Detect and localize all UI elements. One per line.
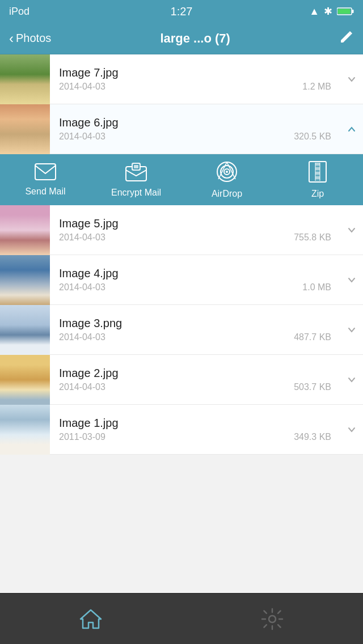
- file-thumbnail-3: [0, 305, 50, 355]
- send-mail-icon: [35, 163, 56, 183]
- back-chevron-icon: ‹: [9, 31, 14, 46]
- status-bar: iPod 1:27 ▲ ✱: [0, 0, 363, 23]
- file-size-3: 487.7 KB: [294, 332, 331, 342]
- file-info-7: Image 7.jpg 2014-04-03 1.2 MB: [50, 66, 340, 92]
- file-date-7: 2014-04-03: [59, 82, 105, 92]
- file-size-2: 503.7 KB: [294, 382, 331, 392]
- status-icons: ▲ ✱: [309, 5, 354, 18]
- bottom-bar: [0, 593, 363, 644]
- send-mail-label: Send Mail: [25, 187, 65, 197]
- file-thumbnail-5: [0, 205, 50, 255]
- file-chevron-7: [340, 74, 363, 84]
- settings-icon: [260, 607, 285, 632]
- nav-title: large ...o (7): [160, 31, 230, 46]
- file-meta-1: 2011-03-09 349.3 KB: [59, 432, 331, 442]
- file-chevron-5: [340, 225, 363, 235]
- file-info-6: Image 6.jpg 2014-04-03 320.5 KB: [50, 116, 340, 142]
- file-item-3[interactable]: Image 3.png 2014-04-03 487.7 KB: [0, 305, 363, 355]
- send-mail-button[interactable]: Send Mail: [11, 163, 79, 197]
- file-size-6: 320.5 KB: [294, 132, 331, 142]
- file-thumbnail-4: [0, 255, 50, 305]
- file-thumbnail-2: [0, 355, 50, 405]
- file-info-3: Image 3.png 2014-04-03 487.7 KB: [50, 317, 340, 342]
- file-name-2: Image 2.jpg: [59, 367, 331, 380]
- file-item-6[interactable]: Image 6.jpg 2014-04-03 320.5 KB: [0, 104, 363, 154]
- file-list-top: Image 7.jpg 2014-04-03 1.2 MB Image 6.jp…: [0, 54, 363, 154]
- nav-bar: ‹ Photos large ...o (7): [0, 23, 363, 54]
- file-item-4[interactable]: Image 4.jpg 2014-04-03 1.0 MB: [0, 255, 363, 305]
- action-toolbar: Send Mail Encrypt Mail: [0, 154, 363, 205]
- file-chevron-3: [340, 325, 363, 335]
- file-name-1: Image 1.jpg: [59, 417, 331, 430]
- file-size-4: 1.0 MB: [302, 282, 331, 293]
- svg-rect-18: [315, 172, 320, 175]
- file-thumbnail-1: [0, 405, 50, 455]
- file-date-2: 2014-04-03: [59, 382, 105, 392]
- file-meta-4: 2014-04-03 1.0 MB: [59, 282, 331, 293]
- svg-rect-16: [315, 163, 320, 166]
- airdrop-button[interactable]: AirDrop: [193, 161, 261, 199]
- file-item-5[interactable]: Image 5.jpg 2014-04-03 755.8 KB: [0, 205, 363, 255]
- file-date-1: 2011-03-09: [59, 432, 105, 442]
- file-item-2[interactable]: Image 2.jpg 2014-04-03 503.7 KB: [0, 355, 363, 405]
- pencil-icon: [339, 29, 354, 44]
- main-content: Image 7.jpg 2014-04-03 1.2 MB Image 6.jp…: [0, 54, 363, 455]
- file-meta-7: 2014-04-03 1.2 MB: [59, 82, 331, 92]
- file-chevron-4: [340, 275, 363, 285]
- file-chevron-1: [340, 425, 363, 435]
- back-label: Photos: [16, 32, 51, 45]
- svg-point-11: [226, 171, 228, 173]
- file-date-3: 2014-04-03: [59, 332, 105, 342]
- zip-label: Zip: [311, 189, 324, 199]
- file-name-7: Image 7.jpg: [59, 66, 331, 79]
- encrypt-mail-button[interactable]: Encrypt Mail: [102, 162, 170, 198]
- file-meta-2: 2014-04-03 503.7 KB: [59, 382, 331, 392]
- file-info-2: Image 2.jpg 2014-04-03 503.7 KB: [50, 367, 340, 392]
- svg-rect-17: [315, 167, 320, 170]
- airdrop-label: AirDrop: [212, 189, 242, 199]
- file-name-4: Image 4.jpg: [59, 267, 331, 280]
- file-meta-3: 2014-04-03 487.7 KB: [59, 332, 331, 342]
- battery-icon: [337, 7, 354, 16]
- svg-point-22: [269, 616, 276, 622]
- file-info-1: Image 1.jpg 2011-03-09 349.3 KB: [50, 417, 340, 442]
- file-meta-6: 2014-04-03 320.5 KB: [59, 132, 331, 142]
- location-icon: ▲: [309, 6, 319, 18]
- file-date-4: 2014-04-03: [59, 282, 105, 293]
- settings-button[interactable]: [250, 596, 295, 642]
- encrypt-mail-label: Encrypt Mail: [111, 188, 161, 198]
- file-name-5: Image 5.jpg: [59, 217, 331, 230]
- file-name-3: Image 3.png: [59, 317, 331, 330]
- zip-button[interactable]: Zip: [284, 161, 352, 199]
- svg-rect-19: [315, 176, 320, 179]
- encrypt-mail-icon: [125, 162, 147, 184]
- edit-button[interactable]: [339, 29, 354, 48]
- svg-rect-7: [134, 165, 138, 168]
- svg-rect-2: [338, 9, 351, 14]
- file-item-7[interactable]: Image 7.jpg 2014-04-03 1.2 MB: [0, 54, 363, 104]
- file-info-4: Image 4.jpg 2014-04-03 1.0 MB: [50, 267, 340, 293]
- file-info-5: Image 5.jpg 2014-04-03 755.8 KB: [50, 217, 340, 243]
- file-size-5: 755.8 KB: [294, 232, 331, 243]
- file-thumbnail-7: [0, 54, 50, 104]
- svg-rect-3: [35, 164, 56, 180]
- file-item-1[interactable]: Image 1.jpg 2011-03-09 349.3 KB: [0, 405, 363, 455]
- zip-icon: [309, 161, 327, 185]
- file-name-6: Image 6.jpg: [59, 116, 331, 129]
- home-icon: [78, 607, 103, 632]
- svg-rect-1: [352, 10, 354, 13]
- file-chevron-2: [340, 375, 363, 385]
- airdrop-icon: [216, 161, 238, 185]
- file-chevron-6: [340, 124, 363, 134]
- file-date-5: 2014-04-03: [59, 232, 105, 243]
- device-name: iPod: [9, 6, 29, 18]
- home-button[interactable]: [68, 596, 113, 642]
- file-list-bottom: Image 5.jpg 2014-04-03 755.8 KB Image 4.…: [0, 205, 363, 455]
- file-size-1: 349.3 KB: [294, 432, 331, 442]
- file-meta-5: 2014-04-03 755.8 KB: [59, 232, 331, 243]
- file-date-6: 2014-04-03: [59, 132, 105, 142]
- file-size-7: 1.2 MB: [302, 82, 331, 92]
- bluetooth-icon: ✱: [324, 5, 332, 18]
- back-button[interactable]: ‹ Photos: [9, 31, 51, 46]
- time-display: 1:27: [171, 5, 193, 18]
